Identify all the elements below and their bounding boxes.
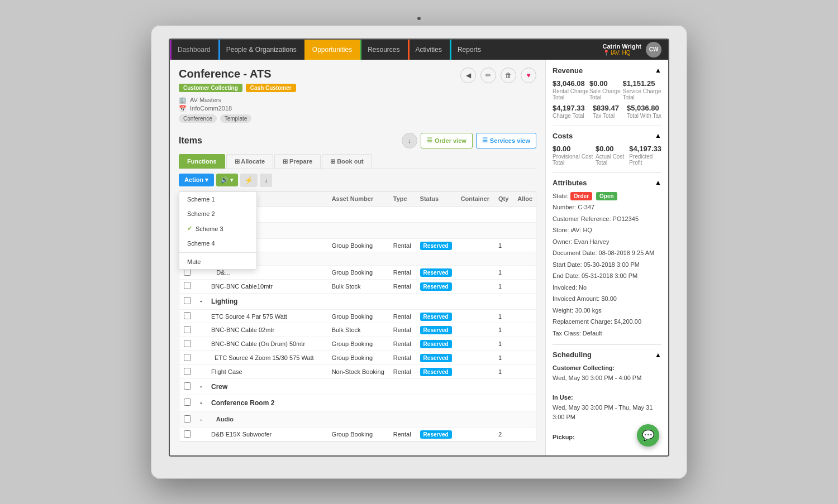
sidebar: Revenue ▲ $3,046.08 Rental Charge Total … xyxy=(545,60,668,455)
tab-bookout[interactable]: ⊞ Book out xyxy=(322,154,372,169)
scheduling-header[interactable]: Scheduling ▲ xyxy=(553,351,661,359)
back-button[interactable]: ◀ xyxy=(460,68,476,83)
building-icon: 🏢 xyxy=(179,97,187,104)
meta-company: 🏢 AV Masters xyxy=(179,97,296,104)
nav-item-dashboard[interactable]: Dashboard xyxy=(170,40,218,60)
item-type: Rental xyxy=(389,266,416,280)
item-product: BNC-BNC Cable10mtr xyxy=(207,279,318,293)
tag-customer-collecting: Customer Collecting xyxy=(179,84,242,92)
nav-item-activities[interactable]: Activities xyxy=(408,40,450,60)
action-button[interactable]: Action ▾ xyxy=(179,174,214,186)
dropdown-scheme2[interactable]: Scheme 2 xyxy=(179,207,256,221)
actual-cost-group: $0.00 Actual Cost Total xyxy=(596,145,629,166)
attributes-header[interactable]: Attributes ▲ xyxy=(553,179,661,187)
tab-functions[interactable]: Functions xyxy=(179,154,225,169)
state-order-badge: Order xyxy=(570,192,592,200)
download-button[interactable]: ↓ xyxy=(402,133,417,148)
tab-allocate[interactable]: ⊞ Allocate xyxy=(226,154,273,169)
services-view-button[interactable]: ☰ Services view xyxy=(476,133,536,148)
main-layout: Conference - ATS Customer Collecting Cas… xyxy=(170,60,668,455)
col-alloc[interactable]: Alloc xyxy=(513,192,536,207)
item-type: Rental xyxy=(389,309,416,323)
sound-button[interactable]: 🔊 ▾ xyxy=(216,174,238,186)
nav-item-people[interactable]: People & Organizations xyxy=(218,40,304,60)
user-store: 📍 iAV: HQ xyxy=(603,50,641,56)
total-with-tax-group: $5,036.80 Total With Tax xyxy=(627,104,661,119)
dropdown-scheme4[interactable]: Scheme 4 xyxy=(179,236,256,251)
item-status: Reserved xyxy=(416,323,456,337)
meta-event: 📅 InfoComm2018 xyxy=(179,105,296,112)
item-status: Reserved xyxy=(416,365,456,379)
item-status: Reserved xyxy=(416,309,456,323)
nav-item-resources[interactable]: Resources xyxy=(360,40,407,60)
tax-total-group: $839.47 Tax Total xyxy=(593,104,619,119)
col-status[interactable]: Status xyxy=(416,192,456,207)
dropdown-scheme1[interactable]: Scheme 1 xyxy=(179,192,256,207)
calendar-icon: 📅 xyxy=(179,105,187,112)
attr-end-date: End Date: 05-31-2018 3:00 PM xyxy=(553,271,661,281)
header-icons: ◀ ✏ 🗑 ♥ xyxy=(460,68,536,83)
item-asset: Bulk Stock xyxy=(327,279,389,293)
page-title: Conference - ATS xyxy=(179,68,296,80)
col-type[interactable]: Type xyxy=(389,192,416,207)
revenue-row-2: $4,197.33 Charge Total $839.47 Tax Total… xyxy=(553,104,661,119)
customer-collecting-value: Wed, May 30 3:00 PM - 4:00 PM xyxy=(553,373,661,383)
item-status: Reserved xyxy=(416,428,456,441)
scheme1-label: Scheme 1 xyxy=(187,196,215,203)
attributes-title: Attributes xyxy=(553,179,587,187)
dropdown-scheme3[interactable]: Scheme 3 xyxy=(179,221,256,236)
table-row: BNC-BNC Cable (On Drum) 50mtr Group Book… xyxy=(179,337,536,351)
attr-start-date: Start Date: 05-30-2018 3:00 PM xyxy=(553,260,661,270)
col-qty[interactable]: Qty xyxy=(494,192,513,207)
order-view-button[interactable]: ☰ Order view xyxy=(421,133,473,148)
customer-collecting-label: Customer Collecting: xyxy=(553,363,661,373)
location-icon: 📍 xyxy=(603,50,610,56)
col-container[interactable]: Container xyxy=(456,192,494,207)
table-row: - Crew + xyxy=(179,379,536,395)
content-area: Conference - ATS Customer Collecting Cas… xyxy=(170,60,545,455)
delete-button[interactable]: 🗑 xyxy=(501,68,516,83)
item-status: Reserved xyxy=(416,337,456,351)
item-type: Rental xyxy=(389,337,416,351)
costs-header[interactable]: Costs ▲ xyxy=(553,132,661,140)
charge-total-label: Charge Total xyxy=(553,113,585,119)
icon-button-1[interactable]: ⚡ xyxy=(240,174,258,187)
revenue-header[interactable]: Revenue ▲ xyxy=(553,66,661,75)
scheme-dropdown: Scheme 1 Scheme 2 Scheme 3 Scheme 4 xyxy=(179,191,257,270)
group-conference-room-2: Conference Room 2 xyxy=(207,395,536,411)
favorite-button[interactable]: ♥ xyxy=(521,68,536,83)
nav-user-info: Catrin Wright 📍 iAV: HQ xyxy=(603,43,641,56)
item-qty: 1 xyxy=(494,351,513,365)
item-asset: Group Booking xyxy=(327,428,389,441)
group-lighting: Lighting xyxy=(207,293,536,309)
user-name: Catrin Wright xyxy=(603,43,641,50)
tab-prepare[interactable]: ⊞ Prepare xyxy=(274,154,321,169)
scheduling-collapse-icon: ▲ xyxy=(655,351,661,359)
chat-button[interactable]: 💬 xyxy=(637,424,659,447)
subgroup-audio2: Audio xyxy=(207,411,536,428)
table-row: - Audio + xyxy=(179,411,536,428)
nav-item-reports[interactable]: Reports xyxy=(450,40,489,60)
item-type: Rental xyxy=(389,351,416,365)
col-asset[interactable]: Asset Number xyxy=(327,192,389,207)
table-row: ETC Source 4 Zoom 15/30 575 Watt Group B… xyxy=(179,351,536,365)
item-type: Rental xyxy=(389,428,416,441)
actual-cost-value: $0.00 xyxy=(596,145,629,153)
nav-item-opportunities[interactable]: Opportunities xyxy=(304,40,360,60)
attr-store: Store: iAV: HQ xyxy=(553,225,661,235)
attr-customer-reference: Customer Reference: PO12345 xyxy=(553,214,661,224)
dropdown-mute[interactable]: Mute xyxy=(179,255,256,269)
predicted-profit-group: $4,197.33 Predicted Profit xyxy=(629,145,661,166)
edit-button[interactable]: ✏ xyxy=(480,68,496,83)
revenue-title: Revenue xyxy=(553,66,583,75)
download-items-button[interactable]: ↓ xyxy=(260,174,272,187)
item-asset: Group Booking xyxy=(327,337,389,351)
bookout-icon: ⊞ xyxy=(330,158,335,165)
item-qty: 1 xyxy=(494,365,513,379)
breadcrumb-conference: Conference xyxy=(179,114,217,123)
scheme3-label: Scheme 3 xyxy=(196,225,223,232)
attr-owner: Owner: Evan Harvey xyxy=(553,237,661,247)
tags-row: Customer Collecting Cash Customer xyxy=(179,84,296,92)
scheme4-label: Scheme 4 xyxy=(187,240,215,247)
item-asset: Bulk Stock xyxy=(327,323,389,337)
